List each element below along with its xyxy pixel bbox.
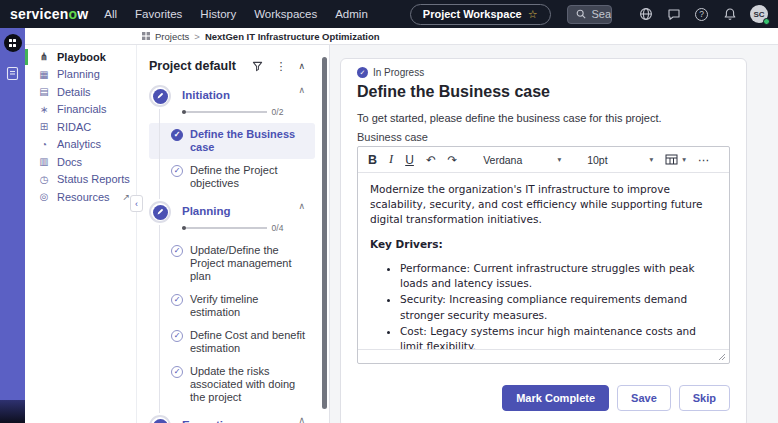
- chevron-up-icon[interactable]: ∧: [298, 201, 305, 233]
- list-item: Performance: Current infrastructure stru…: [400, 261, 717, 291]
- breadcrumb-root[interactable]: Projects: [155, 31, 189, 42]
- search-placeholder: Search: [592, 8, 612, 20]
- playbook-task-update-define-plan[interactable]: ✓Update/Define the Project management pl…: [149, 239, 315, 288]
- section-header[interactable]: Initiation 0/2 ∧: [149, 85, 329, 117]
- progress-label: 0/2: [272, 107, 284, 117]
- nav-all[interactable]: All: [104, 8, 117, 20]
- search-input[interactable]: Search: [568, 6, 612, 23]
- stage-pencil-icon: [149, 85, 171, 107]
- stage-pencil-icon: [149, 415, 171, 423]
- editor-toolbar: B I U ↶ ↷ Verdana▾ 10pt▾ ▾ ⋯: [358, 147, 729, 173]
- status-reports-icon: ◷: [38, 174, 50, 185]
- list-item: Cost: Legacy systems incur high maintena…: [400, 324, 717, 349]
- financials-icon: ∗: [38, 104, 50, 115]
- sidebar-item-docs[interactable]: ▥Docs: [25, 153, 136, 171]
- playbook-task-update-risks[interactable]: ✓Update the risks associated with doing …: [149, 360, 315, 409]
- sidebar-item-playbook[interactable]: ⋔Playbook: [25, 48, 136, 66]
- nav-favorites[interactable]: Favorites: [135, 8, 182, 20]
- task-label: Define the Business case: [190, 128, 311, 154]
- undo-button[interactable]: ↶: [426, 153, 436, 167]
- chevron-up-icon[interactable]: ∧: [298, 85, 305, 117]
- stage-pencil-icon: [149, 201, 171, 223]
- resize-handle[interactable]: [718, 353, 726, 361]
- nav-history[interactable]: History: [200, 8, 236, 20]
- notifications-bell-icon[interactable]: [722, 7, 737, 22]
- section-name: Execution: [182, 419, 237, 423]
- nav-admin[interactable]: Admin: [335, 8, 368, 20]
- sidebar-item-status-reports[interactable]: ◷Status Reports: [25, 171, 136, 189]
- help-icon[interactable]: ?: [694, 7, 709, 22]
- key-drivers-heading: Key Drivers:: [370, 237, 717, 252]
- user-avatar[interactable]: SC: [750, 5, 768, 23]
- sidebar-item-ridac[interactable]: ⊞RIDAC: [25, 118, 136, 136]
- underline-button[interactable]: U: [405, 153, 414, 167]
- playbook-task-define-business-case[interactable]: ✓Define the Business case: [149, 123, 315, 159]
- sidebar-item-financials[interactable]: ∗Financials: [25, 101, 136, 119]
- task-check-icon: ✓: [171, 245, 183, 257]
- sidebar-item-resources[interactable]: ◎Resources↗: [25, 188, 136, 206]
- sidebar-item-label: Status Reports: [57, 173, 130, 185]
- status-badge: ✓ In Progress: [357, 67, 730, 78]
- projects-grid-icon: [142, 32, 150, 40]
- bold-button[interactable]: B: [368, 153, 377, 167]
- business-case-label: Business case: [357, 131, 730, 143]
- panel-collapse-icon[interactable]: ∧: [298, 61, 305, 71]
- font-size-select[interactable]: 10pt▾: [587, 154, 653, 166]
- playbook-task-verify-timeline[interactable]: ✓Verify timeline estimation: [149, 288, 315, 324]
- playbook-task-cost-benefit[interactable]: ✓Define Cost and benefit estimation: [149, 324, 315, 360]
- section-header[interactable]: Planning 0/4 ∧: [149, 201, 329, 233]
- save-button[interactable]: Save: [617, 385, 671, 411]
- toolbar-overflow-button[interactable]: ⋯: [698, 153, 711, 167]
- sidebar-item-label: Docs: [57, 156, 82, 168]
- table-insert-button[interactable]: ▾: [665, 154, 686, 165]
- global-search[interactable]: Search ▾: [567, 5, 612, 24]
- playbook-title: Project default: [149, 59, 240, 73]
- playbook-scrollbar[interactable]: [322, 57, 327, 409]
- mark-complete-button[interactable]: Mark Complete: [502, 385, 609, 411]
- task-check-icon: ✓: [171, 129, 183, 141]
- breadcrumb-current: NextGen IT Infrastructure Optimization: [205, 31, 380, 42]
- app-launcher-icon[interactable]: [4, 34, 22, 52]
- chat-icon[interactable]: [666, 7, 681, 22]
- section-connector: [159, 225, 160, 413]
- chevron-up-icon[interactable]: ∧: [298, 415, 305, 423]
- playbook-section-initiation: Initiation 0/2 ∧ ✓Define the Business ca…: [149, 85, 329, 195]
- sidebar-collapse-button[interactable]: ‹: [130, 195, 143, 212]
- globe-icon[interactable]: [638, 7, 653, 22]
- favorite-star-icon[interactable]: ☆: [528, 8, 538, 21]
- redo-button[interactable]: ↷: [448, 153, 458, 167]
- skip-button[interactable]: Skip: [679, 385, 730, 411]
- document-tab-icon[interactable]: [6, 66, 19, 81]
- task-check-icon: ✓: [171, 366, 183, 378]
- editor-intro-paragraph: Modernize the organization's IT infrastr…: [370, 182, 717, 228]
- task-label: Verify timeline estimation: [190, 293, 311, 319]
- sidebar-item-label: Analytics: [57, 138, 101, 150]
- playbook-task-define-project-objectives[interactable]: ✓Define the Project objectives: [149, 159, 315, 195]
- filter-icon[interactable]: [252, 61, 263, 72]
- resources-icon: ◎: [38, 191, 50, 202]
- font-family-select[interactable]: Verdana▾: [483, 154, 561, 166]
- editor-content[interactable]: Modernize the organization's IT infrastr…: [358, 173, 729, 349]
- section-header[interactable]: Execution 0/3 ∧: [149, 415, 329, 423]
- sidebar-item-details[interactable]: ▤Details: [25, 83, 136, 101]
- italic-button[interactable]: I: [389, 152, 393, 167]
- sidebar-item-analytics[interactable]: ◔Analytics: [25, 136, 136, 154]
- section-progress: 0/2: [182, 107, 283, 117]
- chevron-down-icon: ▾: [649, 155, 653, 164]
- section-name: Initiation: [182, 89, 230, 101]
- logo-accent: o: [68, 6, 77, 22]
- global-nav: All Favorites History Workspaces Admin: [104, 8, 368, 20]
- kebab-menu-icon[interactable]: ⋮: [275, 60, 286, 73]
- nav-workspaces[interactable]: Workspaces: [254, 8, 317, 20]
- playbook-icon: ⋔: [38, 51, 50, 62]
- chevron-down-icon: ▾: [557, 155, 561, 164]
- header-icons: ? SC: [638, 5, 768, 23]
- sidebar-item-planning[interactable]: ▦Planning: [25, 66, 136, 84]
- workspace-pill-label: Project Workspace: [423, 8, 522, 20]
- font-family-value: Verdana: [483, 154, 522, 166]
- servicenow-logo: servicenow: [10, 6, 88, 22]
- presence-dot: [763, 18, 770, 25]
- chevron-left-icon: ‹: [135, 199, 138, 209]
- task-check-icon: ✓: [171, 294, 183, 306]
- workspace-pill[interactable]: Project Workspace ☆: [410, 4, 551, 25]
